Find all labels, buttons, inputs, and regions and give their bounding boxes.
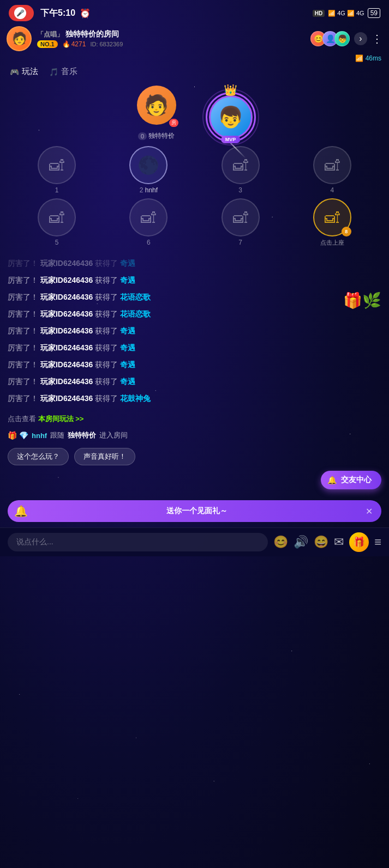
tip-link[interactable]: 本房间玩法 >> (38, 415, 84, 423)
seat-circle-8: 🛋 8 (313, 198, 351, 236)
chat-message-9: 厉害了！ 玩家ID6246436 获得了 花鼓神兔 (8, 393, 381, 404)
menu-button[interactable]: ≡ (374, 535, 381, 549)
tab-music-label: 音乐 (61, 66, 77, 77)
chat-message-6: 厉害了！ 玩家ID6246436 获得了 奇遇 (8, 342, 381, 354)
item-name-1: 奇遇 (120, 259, 135, 268)
item-name-2: 奇遇 (120, 276, 135, 284)
empty-seat-icon-7: 🛋 (233, 209, 248, 227)
host-slot: 🧑 房 0 独特特价 (137, 86, 176, 141)
gift-bell-icon: 🔔 (14, 505, 28, 518)
seat-num-4: 4 (331, 186, 334, 194)
seat-circle-5: 🛋 (38, 198, 76, 236)
gift-button[interactable]: 🎁 (349, 532, 369, 552)
mic-button[interactable]: 🎤 (9, 5, 34, 21)
expand-viewers-button[interactable]: › (354, 32, 367, 45)
seat-6[interactable]: 🛋 6 (113, 198, 184, 247)
empty-seat-icon-5: 🛋 (49, 209, 64, 227)
chat-message-3: 厉害了！ 玩家ID6246436 获得了 花语恋歌 🎁🌿 (8, 292, 381, 303)
tab-music[interactable]: 🎵 音乐 (49, 66, 77, 77)
join-icons: 🎁 💎 (8, 431, 28, 440)
chat-input[interactable]: 说点什么... (8, 533, 268, 551)
join-name-a: hnhf (32, 432, 47, 440)
seat-click-label-8: 点击上座 (320, 239, 344, 247)
ping-value: 46ms (366, 54, 381, 62)
gift-close-button[interactable]: ✕ (366, 506, 373, 517)
gift-notification: 🔔 送你一个见面礼～ ✕ (8, 500, 381, 522)
player-name-8: 玩家ID6246436 (40, 377, 93, 386)
chat-tip: 点击查看 本房间玩法 >> (0, 410, 389, 428)
quick-reply-2[interactable]: 声音真好听！ (74, 448, 135, 465)
msg-prefix-8: 厉害了！ (8, 377, 38, 386)
seat-8[interactable]: 🛋 8 点击上座 (297, 198, 368, 247)
player-name-9: 玩家ID6246436 (40, 394, 93, 403)
seat-circle-2: 🌑 (129, 146, 167, 184)
room-info: 「点唱」 独特特价的房间 NO.1 🔥 4271 ID: 6832369 (37, 29, 305, 48)
seat-circle-6: 🛋 (129, 198, 167, 236)
tab-gameplay-label: 玩法 (22, 66, 38, 77)
host-emoji: 🧑 (12, 32, 27, 46)
seat-1[interactable]: 🛋 1 (21, 146, 92, 194)
seat-num-6: 6 (147, 239, 151, 246)
join-name-b: 独特特价 (68, 430, 96, 440)
tab-gameplay[interactable]: 🎮 玩法 (10, 66, 38, 77)
status-bar: 🎤 下午5:10 ⏰ HD 📶 4G 📶 4G 59 (0, 0, 389, 24)
friend-center-bell-icon: 🔔 (327, 476, 337, 484)
status-time: 下午5:10 (40, 8, 75, 19)
msg-prefix-1: 厉害了！ (8, 259, 38, 268)
chat-message-8: 厉害了！ 玩家ID6246436 获得了 奇遇 (8, 376, 381, 387)
seat-2[interactable]: 🌑 2 hnhf (113, 146, 184, 194)
seat-row-2: 🛋 5 🛋 6 🛋 7 🛋 8 点击上座 (5, 198, 384, 247)
quick-reply-1[interactable]: 这个怎么玩？ (8, 448, 69, 465)
host-num: 0 (138, 132, 147, 140)
more-options-button[interactable]: ⋮ (372, 32, 382, 45)
room-stats: NO.1 🔥 4271 ID: 6832369 (37, 40, 305, 48)
battery-indicator: 59 (368, 8, 380, 18)
host-label-tag: 房 (169, 119, 178, 127)
chat-placeholder: 说点什么... (16, 537, 53, 546)
mail-button[interactable]: ✉ (334, 535, 344, 549)
player-name-1: 玩家ID6246436 (40, 259, 93, 268)
msg-action-3: 获得了 (95, 293, 120, 301)
seat-7[interactable]: 🛋 7 (205, 198, 276, 247)
occupied-seat-icon-2: 🌑 (137, 155, 159, 175)
mic-icon: 🎤 (14, 7, 26, 19)
seat-4[interactable]: 🛋 4 (297, 146, 368, 194)
speaker-button[interactable]: 🔊 (294, 535, 308, 549)
ping-bar: 📶 46ms (0, 53, 389, 63)
msg-prefix-4: 厉害了！ (8, 309, 38, 318)
item-name-7: 奇遇 (120, 360, 135, 369)
seat-circle-3: 🛋 (222, 146, 260, 184)
mvp-ring (206, 92, 256, 142)
chat-message-7: 厉害了！ 玩家ID6246436 获得了 奇遇 (8, 359, 381, 371)
player-name-2: 玩家ID6246436 (40, 276, 93, 284)
msg-prefix-5: 厉害了！ (8, 326, 38, 335)
host-avatar[interactable]: 🧑 (7, 26, 32, 51)
host-big-avatar: 🧑 房 (137, 86, 176, 125)
seat-5[interactable]: 🛋 5 (21, 198, 92, 247)
sticker-button[interactable]: 😄 (314, 535, 328, 549)
msg-action-1: 获得了 (95, 259, 120, 268)
seat-num-7: 7 (238, 239, 242, 246)
friend-center-button[interactable]: 🔔 交友中心 (321, 471, 381, 489)
viewer-avatars: 😊 👤 👦 (310, 31, 350, 46)
gift-icon: 🎁 (353, 536, 365, 548)
msg-action-5: 获得了 (95, 326, 120, 335)
gift-notif-text: 送你一个见面礼～ (166, 506, 228, 516)
host-name: 独特特价 (148, 131, 175, 141)
msg-action-8: 获得了 (95, 377, 120, 386)
msg-prefix-7: 厉害了！ (8, 360, 38, 369)
signal-4g: 📶 4G 📶 4G (328, 10, 364, 17)
msg-action-7: 获得了 (95, 360, 120, 369)
player-name-4: 玩家ID6246436 (40, 309, 93, 318)
emoji-button[interactable]: 😊 (273, 535, 288, 549)
seat-3[interactable]: 🛋 3 (205, 146, 276, 194)
stage-area: 🧑 房 0 独特特价 👦 👑 MVP 🛋 1 (0, 80, 389, 247)
chat-message-5: 厉害了！ 玩家ID6246436 获得了 奇遇 (8, 325, 381, 337)
chat-message-4: 厉害了！ 玩家ID6246436 获得了 花语恋歌 (8, 308, 381, 320)
bottom-bar: 说点什么... 😊 🔊 😄 ✉ 🎁 ≡ (0, 527, 389, 556)
item-name-3: 花语恋歌 (120, 293, 151, 301)
gameplay-icon: 🎮 (10, 68, 19, 76)
item-name-6: 奇遇 (120, 343, 135, 352)
fire-count: 🔥 4271 (62, 40, 86, 48)
ping-signal-icon: 📶 (355, 54, 363, 62)
